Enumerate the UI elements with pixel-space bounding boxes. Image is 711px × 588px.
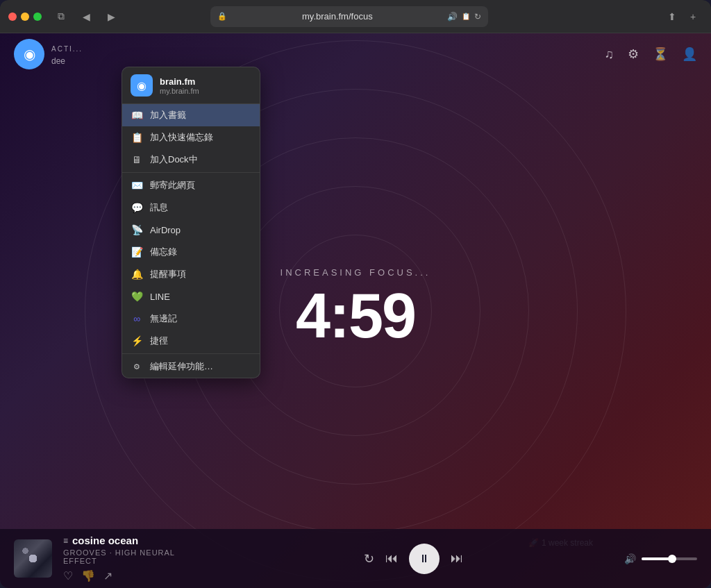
menu-item-notes-label: 備忘錄 [150,246,177,258]
traffic-lights [8,12,42,21]
music-nav-icon[interactable]: ♫ [605,47,614,62]
user-label: dee [51,56,65,66]
player-bar: ≡ cosine ocean GROOVES · HIGH NEURAL EFF… [0,529,711,588]
borderless-icon: ∞ [131,312,143,325]
line-icon: 💚 [131,290,143,303]
bookmark-icon: 📖 [131,109,143,121]
mail-icon: ✉️ [131,179,143,192]
menu-item-reminders-label: 提醒事項 [150,268,186,280]
album-art [14,539,52,578]
next-button[interactable]: ⏭ [451,551,463,566]
play-pause-button[interactable]: ⏸ [409,544,440,574]
dislike-button[interactable]: 👎 [81,569,95,582]
notes-icon: 📝 [131,246,143,258]
share-track-button[interactable]: ↗ [103,569,112,582]
menu-item-messages-label: 訊息 [150,201,168,214]
browser-window: ⧉ ◀ ▶ 🔒 my.brain.fm/focus 🔊 📋 ↻ ⬆ + [0,0,711,588]
tabs-icon: ⧉ [58,10,65,22]
maximize-button[interactable] [33,12,42,21]
menu-divider-2 [122,353,260,354]
lock-icon: 🔒 [217,12,227,21]
browser-right-controls: ⬆ + [662,7,703,26]
volume-slider[interactable] [642,557,697,560]
menu-item-line[interactable]: 💚 LINE [122,285,260,308]
airdrop-icon: 📡 [131,224,143,236]
track-title: ≡ cosine ocean [63,535,202,546]
repeat-button[interactable]: ↻ [364,551,374,566]
menu-item-borderless[interactable]: ∞ 無邊記 [122,308,260,330]
tab-group-icon: 📋 [462,12,470,20]
user-label-container: ACTI... dee [51,42,83,67]
app-navbar: ◉ ACTI... dee ♫ ⚙ ⏳ 👤 [0,33,711,75]
menu-site-name: brain.fm [160,76,199,87]
menu-item-extensions-label: 編輯延伸功能… [150,360,213,373]
track-subtitle: GROOVES · HIGH NEURAL EFFECT [63,548,202,565]
menu-item-notes[interactable]: 📝 備忘錄 [122,241,260,263]
like-button[interactable]: ♡ [63,569,73,582]
plus-icon: + [690,11,696,22]
menu-divider-1 [122,172,260,173]
pause-icon: ⏸ [419,553,430,565]
volume-thumb[interactable] [668,555,676,563]
back-icon: ◀ [83,11,90,22]
menu-item-airdrop-label: AirDrop [150,225,181,235]
share-icon: ⬆ [668,11,676,22]
readinglist-icon: 📋 [131,131,143,144]
equalizer-nav-icon[interactable]: ⚙ [628,47,639,62]
logo-icon: ◉ [24,46,35,62]
profile-nav-icon[interactable]: 👤 [682,47,697,62]
menu-site-url: my.brain.fm [160,87,199,95]
close-button[interactable] [8,12,17,21]
refresh-icon: ↻ [474,12,481,22]
timer-nav-icon[interactable]: ⏳ [653,47,668,62]
timer-display: INCREASING FOCUS... 4:59 [281,267,431,346]
forward-icon: ▶ [108,11,115,22]
menu-item-mail[interactable]: ✉️ 郵寄此網頁 [122,174,260,196]
app-logo[interactable]: ◉ [14,39,44,69]
share-button[interactable]: ⬆ [662,7,682,26]
audio-icon: 🔊 [447,12,458,22]
app-nav-right: ♫ ⚙ ⏳ 👤 [605,47,698,62]
menu-item-line-label: LINE [150,292,170,302]
player-controls: ↻ ⏮ ⏸ ⏭ [213,544,613,574]
track-info: ≡ cosine ocean GROOVES · HIGH NEURAL EFF… [63,535,202,582]
minimize-button[interactable] [21,12,29,21]
context-menu: ◉ brain.fm my.brain.fm 📖 加入書籤 📋 加入快速備忘錄 … [122,67,260,378]
menu-item-reminders[interactable]: 🔔 提醒事項 [122,263,260,285]
forward-button[interactable]: ▶ [101,7,121,26]
menu-site-info: brain.fm my.brain.fm [160,76,199,95]
prev-button[interactable]: ⏮ [385,551,398,566]
menu-item-airdrop[interactable]: 📡 AirDrop [122,219,260,241]
volume-control: 🔊 [624,553,697,564]
tabs-button[interactable]: ⧉ [51,7,71,26]
messages-icon: 💬 [131,201,143,214]
track-actions: ♡ 👎 ↗ [63,569,202,582]
dock-icon: 🖥 [131,153,143,166]
address-bar[interactable]: 🔒 my.brain.fm/focus 🔊 📋 ↻ [210,6,488,27]
menu-item-extensions[interactable]: ⚙ 編輯延伸功能… [122,355,260,378]
extensions-icon: ⚙ [131,360,143,373]
menu-item-mail-label: 郵寄此網頁 [150,179,195,192]
back-button[interactable]: ◀ [76,7,96,26]
track-menu-icon: ≡ [63,536,68,546]
track-title-text: cosine ocean [72,535,138,546]
menu-item-messages[interactable]: 💬 訊息 [122,196,260,219]
new-tab-button[interactable]: + [683,7,703,26]
context-menu-header: ◉ brain.fm my.brain.fm [122,67,260,104]
menu-item-borderless-label: 無邊記 [150,312,177,325]
user-label-prefix: ACTI... [51,45,83,53]
timer-label: INCREASING FOCUS... [281,267,431,277]
menu-item-shortcut[interactable]: ⚡ 捷徑 [122,330,260,352]
menu-item-dock[interactable]: 🖥 加入Dock中 [122,149,260,171]
reminders-icon: 🔔 [131,268,143,280]
menu-item-bookmark-label: 加入書籤 [150,109,186,121]
browser-titlebar: ⧉ ◀ ▶ 🔒 my.brain.fm/focus 🔊 📋 ↻ ⬆ + [0,0,711,33]
menu-item-shortcut-label: 捷徑 [150,335,168,347]
menu-item-readinglist[interactable]: 📋 加入快速備忘錄 [122,126,260,149]
menu-item-dock-label: 加入Dock中 [150,153,198,166]
browser-content: ◉ ACTI... dee ♫ ⚙ ⏳ 👤 INCREASING FOCUS..… [0,33,711,588]
album-art-inner [14,539,52,578]
timer-value: 4:59 [281,284,431,346]
menu-item-bookmark[interactable]: 📖 加入書籤 [122,104,260,126]
shortcut-icon: ⚡ [131,335,143,347]
